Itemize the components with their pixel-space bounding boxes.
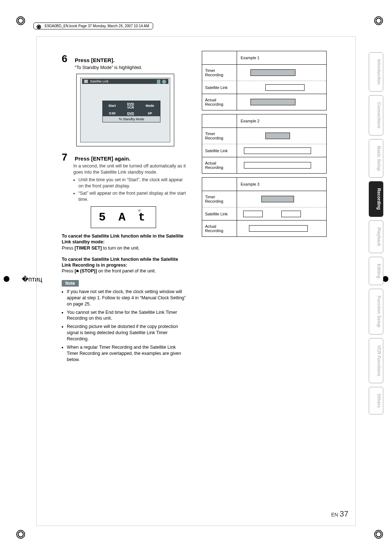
example-3-title: Example 3 bbox=[237, 178, 326, 191]
disc-icon bbox=[162, 80, 166, 84]
seg-text: 5 A t bbox=[99, 211, 148, 224]
tab-recording[interactable]: Recording bbox=[369, 181, 383, 216]
tab-function-setup[interactable]: Function Setup bbox=[369, 289, 383, 334]
tab-introduction[interactable]: Introduction bbox=[369, 52, 383, 92]
menu-icon bbox=[84, 80, 88, 83]
step-7-bullet-2: “Sat” will appear on the front panel dis… bbox=[78, 190, 187, 203]
left-column: 6 Press [ENTER]. “To Standby Mode” is hi… bbox=[62, 51, 187, 365]
val-time: 3:00 bbox=[103, 110, 122, 116]
row-sat-label: Satellite Link bbox=[202, 81, 237, 94]
front-panel-display: ◎ 5 A t bbox=[91, 206, 156, 228]
standby-row: To Standby Mode bbox=[103, 116, 160, 122]
registration-mark bbox=[372, 15, 385, 27]
example-1: Example 1 Timer Recording Satellite Link… bbox=[202, 51, 327, 110]
col-start: Start bbox=[103, 101, 122, 110]
col-mode: Mode bbox=[140, 101, 160, 110]
step-7-bullet-1: Until the time you set in “Start”, the c… bbox=[78, 177, 187, 189]
page-content: 6 Press [ENTER]. “To Standby Mode” is hi… bbox=[62, 51, 327, 365]
step-6-sub: “To Standby Mode” is highlighted. bbox=[75, 65, 142, 71]
registration-mark bbox=[15, 528, 27, 540]
tab-playback[interactable]: Playback bbox=[369, 220, 383, 253]
col-dvdvcr: DVD VCR bbox=[122, 101, 140, 110]
row-sat-label: Satellite Link bbox=[202, 144, 237, 157]
tab-basic-setup[interactable]: Basic Setup bbox=[369, 139, 383, 178]
tab-vcr-functions[interactable]: VCR Functions bbox=[369, 338, 383, 383]
note-item: When a regular Timer Recording and the S… bbox=[67, 344, 187, 363]
badge-icon bbox=[157, 80, 160, 84]
header-bullet-icon bbox=[36, 24, 42, 30]
section-tabs: Introduction Connections Basic Setup Rec… bbox=[369, 52, 383, 414]
registration-mark bbox=[15, 15, 27, 27]
cancel-progress-body: Press [■ (STOP)] on the front panel of t… bbox=[62, 268, 187, 274]
timer-icon: ◎ bbox=[138, 208, 140, 212]
row-timer-label: Timer Recording bbox=[202, 128, 237, 144]
tab-editing[interactable]: Editing bbox=[369, 257, 383, 285]
cancel-standby-body: Press [TIMER SET] to turn on the unit. bbox=[62, 245, 187, 251]
example-2: Example 2 Timer Recording Satellite Link… bbox=[202, 114, 327, 174]
cancel-standby-head: To cancel the Satellite Link function wh… bbox=[62, 233, 187, 245]
note-item: Recording picture will be distorted if t… bbox=[67, 324, 187, 342]
row-actual-label: Actual Recording bbox=[202, 157, 237, 173]
row-timer-label: Timer Recording bbox=[202, 65, 237, 81]
step-7-body: In a second, the unit will be turned off… bbox=[73, 163, 187, 203]
crop-dot bbox=[383, 276, 388, 282]
row-timer-label: Timer Recording bbox=[202, 191, 237, 207]
step-7-title: Press [ENTER] again. bbox=[75, 155, 130, 162]
note-list: If you have not set the clock, the clock… bbox=[67, 289, 187, 363]
val-dvd: DVD bbox=[122, 110, 140, 116]
step-7: 7 Press [ENTER] again. bbox=[62, 151, 187, 163]
row-actual-label: Actual Recording bbox=[202, 94, 237, 110]
registration-mark bbox=[372, 528, 385, 540]
crop-dot bbox=[4, 276, 9, 282]
tab-connections[interactable]: Connections bbox=[369, 95, 383, 135]
header-file-info: E9GA0BD_EN.book Page 37 Monday, March 26… bbox=[45, 24, 149, 28]
row-sat-label: Satellite Link bbox=[202, 207, 237, 220]
step-number: 7 bbox=[62, 151, 72, 163]
screen-title-text: Satellite Link bbox=[90, 80, 109, 83]
right-column: Example 1 Timer Recording Satellite Link… bbox=[202, 51, 327, 365]
note-badge: Note bbox=[62, 280, 79, 287]
step-6-title: Press [ENTER]. bbox=[75, 57, 142, 63]
footer-page: 37 bbox=[340, 509, 348, 518]
page-footer: EN 37 bbox=[331, 509, 348, 519]
note-item: If you have not set the clock, the clock… bbox=[67, 289, 187, 307]
step-6: 6 Press [ENTER]. “To Standby Mode” is hi… bbox=[62, 53, 187, 71]
cancel-progress-head: To cancel the Satellite Link function wh… bbox=[62, 256, 187, 268]
satellite-link-screen: Satellite Link Start DVD VCR bbox=[76, 74, 174, 146]
step-number: 6 bbox=[62, 53, 72, 65]
row-actual-label: Actual Recording bbox=[202, 220, 237, 236]
val-xp: XP bbox=[140, 110, 160, 116]
footer-lang: EN bbox=[331, 512, 338, 518]
example-3: Example 3 Timer Recording Satellite Link… bbox=[202, 177, 327, 237]
tab-others[interactable]: Others bbox=[369, 387, 383, 415]
print-header: E9GA0BD_EN.book Page 37 Monday, March 26… bbox=[33, 23, 153, 29]
example-1-title: Example 1 bbox=[237, 51, 326, 64]
note-item: You cannot set the End time for the Sate… bbox=[67, 309, 187, 322]
screen-settings-box: Start DVD VCR Mode 3:00 DVD XP bbox=[102, 101, 160, 122]
example-2-title: Example 2 bbox=[237, 114, 326, 127]
